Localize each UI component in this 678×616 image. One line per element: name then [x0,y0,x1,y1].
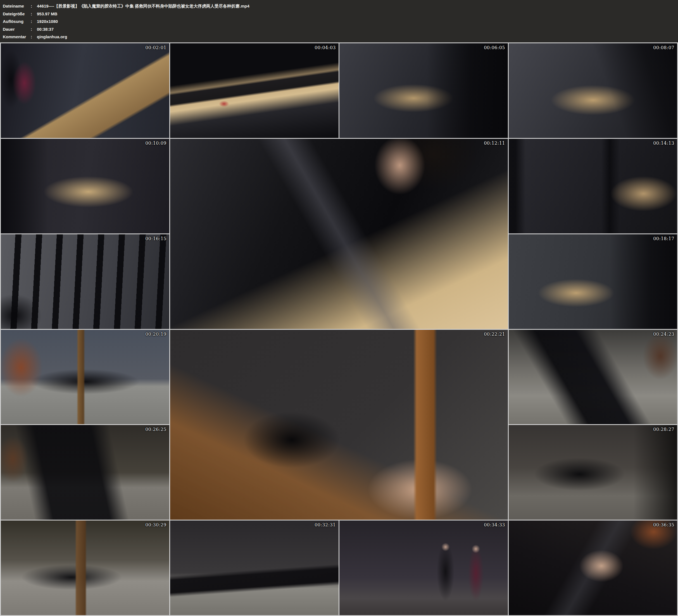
metadata-value-duration: 00:38:37 [37,26,675,33]
video-thumbnail: 00:14:13 [509,139,677,233]
timestamp-overlay: 00:26:25 [145,427,166,432]
video-thumbnail: 00:34:33 [339,521,508,615]
metadata-row-comment: Kommentar : qinglanhua.org [3,33,675,41]
timestamp-overlay: 00:22:21 [484,332,505,337]
timestamp-overlay: 00:16:15 [145,236,166,241]
metadata-separator: : [31,17,37,26]
metadata-row-filesize: Dateigröße : 953.97 MB [3,10,675,18]
timestamp-overlay: 00:14:13 [653,141,674,146]
video-thumbnail-large: 00:22:21 [170,330,508,520]
timestamp-overlay: 00:08:07 [653,45,674,50]
timestamp-overlay: 00:30:29 [145,522,166,528]
video-thumbnail: 00:30:29 [1,521,169,615]
metadata-label: Dateigröße [3,10,31,18]
metadata-value-resolution: 1920x1080 [37,17,675,26]
timestamp-overlay: 00:02:01 [145,45,166,50]
video-thumbnail: 00:10:09 [1,139,169,233]
timestamp-overlay: 00:12:11 [484,141,505,146]
metadata-label: Dauer [3,26,31,33]
metadata-value-comment: qinglanhua.org [37,33,675,41]
timestamp-overlay: 00:20:19 [145,332,166,337]
video-thumbnail-large: 00:12:11 [170,139,508,329]
metadata-separator: : [31,33,37,41]
video-thumbnail: 00:28:27 [509,425,677,519]
timestamp-overlay: 00:04:03 [314,45,336,50]
timestamp-overlay: 00:24:23 [653,332,674,337]
video-thumbnail: 00:02:01 [1,43,169,138]
timestamp-overlay: 00:34:33 [484,522,505,528]
timestamp-overlay: 00:32:31 [314,522,336,528]
timestamp-overlay: 00:18:17 [653,236,674,241]
metadata-separator: : [31,10,37,18]
metadata-separator: : [31,2,37,10]
metadata-label: Auflösung [3,17,31,26]
video-thumbnail: 00:18:17 [509,234,677,329]
video-thumbnail: 00:16:15 [1,234,169,329]
metadata-row-resolution: Auflösung : 1920x1080 [3,17,675,26]
video-thumbnail: 00:20:19 [1,330,169,424]
video-thumbnail: 00:04:03 [170,43,339,138]
metadata-label: Kommentar [3,33,31,41]
timestamp-overlay: 00:36:35 [653,522,674,528]
video-thumbnail: 00:36:35 [509,521,677,615]
metadata-value-filename: 44619----【胜景影视】《陷入魔窟的胶衣特工》中集 搭救同伙不料身中陷阱也… [37,2,675,10]
video-thumbnail: 00:08:07 [509,43,677,138]
video-thumbnail: 00:32:31 [170,521,339,615]
metadata-row-filename: Dateiname : 44619----【胜景影视】《陷入魔窟的胶衣特工》中集… [3,2,675,10]
video-thumbnail: 00:26:25 [1,425,169,519]
metadata-row-duration: Dauer : 00:38:37 [3,26,675,33]
video-thumbnail: 00:24:23 [509,330,677,424]
metadata-header: Dateiname : 44619----【胜景影视】《陷入魔窟的胶衣特工》中集… [0,0,678,42]
timestamp-overlay: 00:10:09 [145,141,166,146]
metadata-value-filesize: 953.97 MB [37,10,675,18]
metadata-separator: : [31,26,37,33]
timestamp-overlay: 00:28:27 [653,427,674,432]
contact-sheet-page: Dateiname : 44619----【胜景影视】《陷入魔窟的胶衣特工》中集… [0,0,678,616]
video-thumbnail: 00:06:05 [339,43,508,138]
timestamp-overlay: 00:06:05 [484,45,505,50]
metadata-label: Dateiname [3,2,31,10]
thumbnail-grid: 00:02:01 00:04:03 00:06:05 00:08:07 00:1… [0,42,678,616]
